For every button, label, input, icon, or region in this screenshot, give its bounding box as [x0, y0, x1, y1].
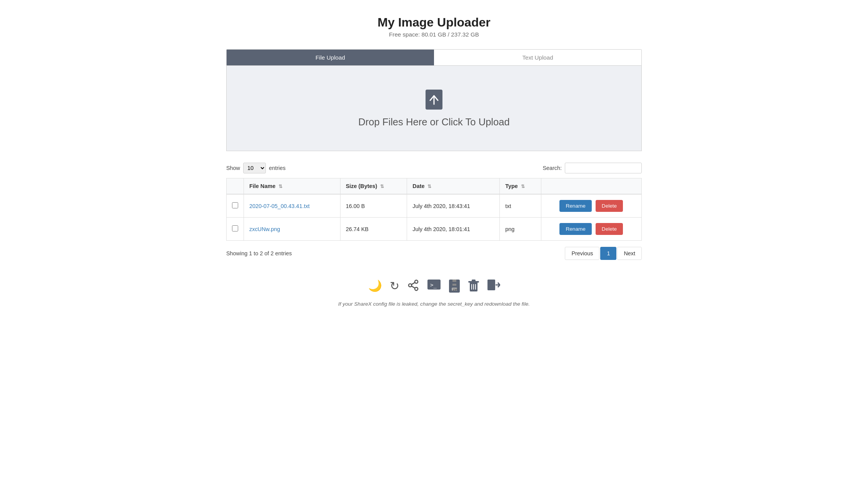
footer-icons: 🌙 ↻ >_ ZIP [226, 279, 642, 296]
sort-icon-type[interactable]: ⇅ [521, 184, 525, 189]
footer-note: If your ShareX config file is leaked, ch… [226, 301, 642, 307]
logout-icon[interactable] [487, 279, 500, 296]
cell-type-2: png [500, 218, 541, 241]
file-link-1[interactable]: 2020-07-05_00.43.41.txt [249, 203, 310, 209]
page-wrapper: My Image Uploader Free space: 80.01 GB /… [226, 15, 642, 307]
trash-icon[interactable] [468, 279, 479, 296]
pagination: Previous 1 Next [565, 247, 642, 260]
search-label: Search: [542, 165, 562, 171]
file-dropzone[interactable]: Drop Files Here or Click To Upload [226, 66, 642, 151]
table-footer: Showing 1 to 2 of 2 entries Previous 1 N… [226, 247, 642, 260]
cell-actions-1: Rename Delete [541, 194, 641, 218]
terminal-icon[interactable]: >_ [427, 279, 441, 296]
header-filename: File Name ⇅ [244, 178, 341, 195]
search-area: Search: [542, 163, 642, 173]
sort-icon-size[interactable]: ⇅ [380, 184, 384, 189]
share-icon[interactable] [407, 279, 419, 296]
table-controls: Show 10 25 50 100 entries Search: [226, 163, 642, 173]
svg-text:ZIP: ZIP [453, 288, 457, 291]
svg-rect-11 [452, 282, 456, 284]
page-1-button[interactable]: 1 [600, 247, 616, 260]
svg-line-6 [411, 283, 415, 285]
cell-type-1: txt [500, 194, 541, 218]
files-table: File Name ⇅ Size (Bytes) ⇅ Date ⇅ Type ⇅ [226, 178, 642, 241]
sort-icon-date[interactable]: ⇅ [427, 184, 431, 189]
moon-icon[interactable]: 🌙 [368, 279, 382, 296]
upload-file-icon [425, 89, 443, 110]
rename-button-2[interactable]: Rename [559, 223, 591, 235]
cell-date-1: July 4th 2020, 18:43:41 [407, 194, 500, 218]
cell-date-2: July 4th 2020, 18:01:41 [407, 218, 500, 241]
show-label: Show [226, 165, 240, 171]
sort-icon-filename[interactable]: ⇅ [279, 184, 282, 189]
tab-file-upload[interactable]: File Upload [227, 50, 434, 65]
table-header-row: File Name ⇅ Size (Bytes) ⇅ Date ⇅ Type ⇅ [227, 178, 642, 195]
dropzone-text: Drop Files Here or Click To Upload [234, 117, 634, 128]
header-actions [541, 178, 641, 195]
header-checkbox-cell [227, 178, 244, 195]
row-checkbox-cell-2 [227, 218, 244, 241]
next-button[interactable]: Next [617, 247, 642, 260]
previous-button[interactable]: Previous [565, 247, 599, 260]
entries-label: entries [269, 165, 285, 171]
page-title: My Image Uploader [226, 15, 642, 30]
cell-filename-2: zxcUNw.png [244, 218, 341, 241]
zip-icon[interactable]: ZIP [449, 279, 460, 296]
delete-button-1[interactable]: Delete [596, 200, 623, 212]
row-checkbox-cell-1 [227, 194, 244, 218]
tab-text-upload[interactable]: Text Upload [434, 50, 641, 65]
showing-text: Showing 1 to 2 of 2 entries [226, 250, 292, 256]
svg-line-5 [411, 286, 415, 288]
tab-bar: File Upload Text Upload [226, 49, 642, 66]
refresh-icon[interactable]: ↻ [390, 279, 399, 296]
rename-button-1[interactable]: Rename [559, 200, 591, 212]
cell-actions-2: Rename Delete [541, 218, 641, 241]
cell-size-1: 16.00 B [340, 194, 407, 218]
header-date: Date ⇅ [407, 178, 500, 195]
svg-rect-22 [487, 280, 495, 290]
search-input[interactable] [565, 163, 642, 173]
svg-rect-18 [472, 280, 476, 281]
table-row: zxcUNw.png 26.74 KB July 4th 2020, 18:01… [227, 218, 642, 241]
svg-rect-12 [452, 284, 456, 286]
page-subtitle: Free space: 80.01 GB / 237.32 GB [226, 31, 642, 38]
svg-rect-13 [452, 286, 456, 288]
table-row: 2020-07-05_00.43.41.txt 16.00 B July 4th… [227, 194, 642, 218]
cell-size-2: 26.74 KB [340, 218, 407, 241]
page-header: My Image Uploader Free space: 80.01 GB /… [226, 15, 642, 38]
header-size: Size (Bytes) ⇅ [340, 178, 407, 195]
row-checkbox-2[interactable] [232, 225, 238, 231]
show-entries-control: Show 10 25 50 100 entries [226, 163, 285, 173]
file-link-2[interactable]: zxcUNw.png [249, 226, 280, 232]
delete-button-2[interactable]: Delete [596, 223, 623, 235]
svg-text:>_: >_ [430, 282, 437, 288]
cell-filename-1: 2020-07-05_00.43.41.txt [244, 194, 341, 218]
header-type: Type ⇅ [500, 178, 541, 195]
svg-rect-10 [452, 280, 456, 282]
row-checkbox-1[interactable] [232, 202, 238, 208]
entries-select[interactable]: 10 25 50 100 [243, 163, 266, 173]
